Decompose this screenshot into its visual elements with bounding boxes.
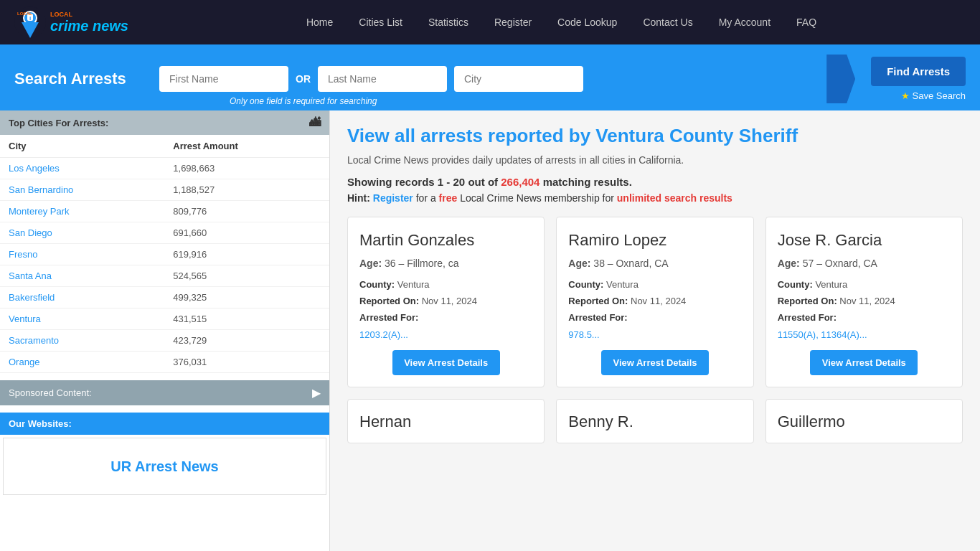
city-link[interactable]: Sacramento <box>9 335 59 346</box>
main-content: Top Cities For Arrests: 🏙 City Arrest Am… <box>0 110 980 551</box>
city-count: 619,916 <box>164 244 329 265</box>
nav-home[interactable]: Home <box>293 2 346 42</box>
search-inputs: OR <box>159 66 811 92</box>
nav-contact-us[interactable]: Contact Us <box>630 2 705 42</box>
city-input[interactable] <box>454 66 583 92</box>
view-arrest-details-button[interactable]: View Arrest Details <box>810 350 918 375</box>
card-code[interactable]: 11550(A), 11364(A)... <box>778 329 867 340</box>
nav-links: Home Cities List Statistics Register Cod… <box>157 2 966 42</box>
our-websites-section: Our Websites: <box>0 413 329 435</box>
hint-text: Hint: Register for a free Local Crime Ne… <box>347 192 963 204</box>
card-name: Jose R. Garcia <box>778 230 951 250</box>
table-row: Orange376,031 <box>0 352 329 373</box>
navbar: i LOCAL LOCAL crime news Home Cities Lis… <box>0 0 980 44</box>
nav-statistics[interactable]: Statistics <box>415 2 481 42</box>
col-city: City <box>0 135 164 158</box>
table-row: Sacramento423,729 <box>0 330 329 352</box>
svg-text:LOCAL: LOCAL <box>17 11 32 16</box>
col-arrest-amount: Arrest Amount <box>164 135 329 158</box>
sponsored-section: Sponsored Content: ▶ <box>0 380 329 405</box>
card-details: County: Ventura Reported On: Nov 11, 202… <box>778 276 951 344</box>
search-bar: Search Arrests OR Find Arrests ★ Save Se… <box>0 44 980 110</box>
search-hint: Only one field is required for searching <box>230 96 377 106</box>
free-label: free <box>439 192 458 204</box>
table-row: San Diego691,660 <box>0 222 329 244</box>
table-row: Fresno619,916 <box>0 244 329 265</box>
city-link[interactable]: San Diego <box>9 227 52 238</box>
arrow-divider <box>826 55 855 103</box>
table-row: Bakersfield499,325 <box>0 287 329 309</box>
star-icon: ★ <box>901 90 910 101</box>
cards-row-1: Martin Gonzales Age: 36 – Fillmore, ca C… <box>347 217 963 387</box>
city-count: 691,660 <box>164 222 329 244</box>
card-details: County: Ventura Reported On: Nov 11, 202… <box>568 276 741 344</box>
cities-table: City Arrest Amount Los Angeles1,698,663S… <box>0 135 329 373</box>
table-row: Santa Ana524,565 <box>0 265 329 287</box>
search-title: Search Arrests <box>14 70 151 88</box>
city-count: 1,698,663 <box>164 158 329 179</box>
city-count: 423,729 <box>164 330 329 352</box>
logo-local-label: LOCAL <box>50 11 128 18</box>
page-heading: View all arrests reported by Ventura Cou… <box>347 125 963 147</box>
search-right: Find Arrests ★ Save Search <box>864 57 966 101</box>
card-code[interactable]: 978.5... <box>568 329 599 340</box>
ur-arrest-news-title[interactable]: UR Arrest News <box>110 458 218 475</box>
or-label: OR <box>296 73 311 85</box>
arrest-card: Jose R. Garcia Age: 57 – Oxnard, CA Coun… <box>765 217 963 387</box>
card-name: Ramiro Lopez <box>568 230 741 250</box>
city-link[interactable]: San Bernardino <box>9 184 73 195</box>
city-link[interactable]: Los Angeles <box>9 163 60 174</box>
card-age: Age: 36 – Fillmore, ca <box>359 258 532 269</box>
arrest-card: Martin Gonzales Age: 36 – Fillmore, ca C… <box>347 217 545 387</box>
svg-text:i: i <box>29 15 31 22</box>
card-code[interactable]: 1203.2(A)... <box>359 329 408 340</box>
page-subtext: Local Crime News provides daily updates … <box>347 154 963 166</box>
ur-arrest-news-box: UR Arrest News <box>3 438 326 495</box>
arrest-card: Ramiro Lopez Age: 38 – Oxnard, CA County… <box>556 217 753 387</box>
register-link[interactable]: Register <box>373 192 413 204</box>
nav-faq[interactable]: FAQ <box>783 2 829 42</box>
table-row: Ventura431,515 <box>0 309 329 330</box>
city-count: 376,031 <box>164 352 329 373</box>
play-icon: ▶ <box>312 386 321 400</box>
table-row: San Bernardino1,188,527 <box>0 179 329 201</box>
partial-card-name: Guillermo <box>778 413 951 431</box>
city-link[interactable]: Santa Ana <box>9 270 52 281</box>
logo[interactable]: i LOCAL LOCAL crime news <box>14 6 128 38</box>
unlimited-label: unlimited search results <box>617 192 732 204</box>
nav-my-account[interactable]: My Account <box>706 2 783 42</box>
card-details: County: Ventura Reported On: Nov 11, 202… <box>359 276 532 344</box>
city-link[interactable]: Ventura <box>9 314 41 324</box>
results-range: 1 - 20 <box>438 176 465 188</box>
results-info: Showing records 1 - 20 out of 266,404 ma… <box>347 176 963 188</box>
nav-code-lookup[interactable]: Code Lookup <box>545 2 630 42</box>
find-arrests-button[interactable]: Find Arrests <box>871 57 966 86</box>
content-area: View all arrests reported by Ventura Cou… <box>330 110 980 551</box>
city-link[interactable]: Bakersfield <box>9 292 55 303</box>
save-search-button[interactable]: ★ Save Search <box>901 90 966 101</box>
results-total: 266,404 <box>501 176 540 188</box>
top-cities-title: Top Cities For Arrests: 🏙 <box>0 110 329 135</box>
building-icon: 🏙 <box>309 116 321 129</box>
partial-card-name: Benny R. <box>568 413 741 431</box>
city-link[interactable]: Fresno <box>9 249 37 260</box>
view-arrest-details-button[interactable]: View Arrest Details <box>601 350 709 375</box>
first-name-input[interactable] <box>159 66 288 92</box>
nav-register[interactable]: Register <box>481 2 545 42</box>
city-count: 524,565 <box>164 265 329 287</box>
card-name: Martin Gonzales <box>359 230 532 250</box>
arrest-card-partial: Hernan <box>347 399 545 443</box>
city-link[interactable]: Orange <box>9 357 39 367</box>
showing-label: Showing records <box>347 176 438 188</box>
cards-row-partial: HernanBenny R.Guillermo <box>347 399 963 443</box>
table-row: Los Angeles1,698,663 <box>0 158 329 179</box>
view-arrest-details-button[interactable]: View Arrest Details <box>392 350 500 375</box>
city-count: 1,188,527 <box>164 179 329 201</box>
card-age: Age: 38 – Oxnard, CA <box>568 258 741 269</box>
city-count: 431,515 <box>164 309 329 330</box>
arrest-card-partial: Guillermo <box>765 399 963 443</box>
last-name-input[interactable] <box>318 66 447 92</box>
nav-cities-list[interactable]: Cities List <box>346 2 415 42</box>
city-link[interactable]: Monterey Park <box>9 206 70 217</box>
city-count: 499,325 <box>164 287 329 309</box>
